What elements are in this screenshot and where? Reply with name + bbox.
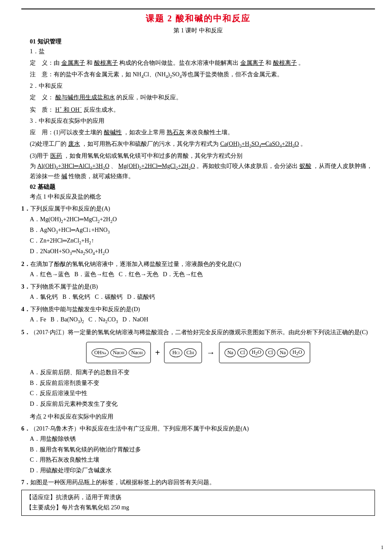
app2: (2)处理工厂的 废水 ，如可用熟石灰中和硫酸厂的污水，其化学方程式为 Ca(O… (30, 139, 375, 150)
app3-u5: 碱 (61, 173, 67, 179)
q4-text: 4．下列物质中能与盐酸发生中和反应的是(D) (21, 304, 375, 315)
app3: (3)用于 医药 ，如食用氢氧化铝或氢氧化镁可中和过多的胃酸，其化学方程式分别为… (30, 151, 375, 182)
app3-u3: Mg(OH)2+2HCl═MgCl2+2H2O (118, 163, 195, 169)
q5-block: 5．（2017·内江）将一定量的氢氧化钠溶液与稀盐酸混合，二者恰好完全反应的微观… (21, 327, 375, 338)
neut-def-u: 酸与碱作用生成盐和水 (55, 94, 115, 101)
app2-u1: 废水 (68, 141, 80, 147)
section02-header: 02 基础题 (30, 183, 375, 191)
app-num: 3．中和反应在实际中的应用 (30, 116, 375, 126)
mol-cl-1: Cl (237, 348, 247, 357)
q2-text: 2．在滴加了酚酞的氢氧化钠溶液中，逐渐加入稀盐酸至过量，溶液颜色的变化是(C) (21, 259, 375, 270)
q6-optD: D．用硫酸处理印染厂含碱废水 (30, 465, 375, 476)
lesson-subtitle: 第 1 课时 中和反应 (21, 27, 375, 35)
mol-cl-2: Cl (265, 348, 275, 357)
neut-definition: 定 义： 酸与碱作用生成盐和水 的反应，叫做中和反应。 (30, 92, 375, 103)
label-line1: 【适应症】抗溃疡药，适用于胃溃疡 (26, 492, 370, 503)
q1-text: 1．下列反应属于中和反应的是(A) (21, 204, 375, 214)
q5-optD: D．反应前后元素种类发生了变化 (30, 399, 375, 410)
page-number: 1 (381, 544, 383, 551)
neut-num: 2．中和反应 (30, 81, 375, 91)
app1-u1: 酸碱性 (104, 129, 122, 136)
salt-definition: 定 义：由 金属离子 和 酸根离子 构成的化合物叫做盐。盐在水溶液中能解离出 金… (30, 58, 375, 68)
section01-header: 01 知识管理 (30, 38, 375, 46)
q6-optB: B．服用含有氢氧化镁的药物治疗胃酸过多 (30, 445, 375, 455)
mol-na-oh-3: NaOH (129, 348, 145, 357)
salt-def-u1: 金属离子 (61, 60, 85, 66)
app1: 应 用：(1)可以改变土壤的 酸碱性 ，如农业上常用 熟石灰 来改良酸性土壤。 (30, 127, 375, 138)
q3-block: 3．下列物质不属于盐的是(B) A．氯化钙 B．氧化钙 C．碳酸钙 D．硫酸钙 (21, 282, 375, 303)
salt-def-u4: 酸根离子 (273, 60, 297, 66)
q6-optA: A．用盐酸除铁锈 (30, 434, 375, 445)
label-line2: 【主要成分】每片含有氢氧化铝 250 mg (26, 503, 370, 513)
top-border (21, 9, 375, 9)
kp1-label: 考点 1 中和反应及盐的概念 (30, 192, 375, 202)
q2-opts: A．红色→蓝色 B．蓝色→红色 C．红色→无色 D．无色→红色 (30, 269, 375, 280)
plus-icon: + (155, 348, 160, 358)
arrow-icon: → (206, 348, 215, 358)
mol-oh-na-1: OHNa (92, 348, 109, 357)
q1-optC: C．Zn+2HCl═ZnCl2+H2↑ (30, 236, 375, 246)
q5-optC: C．反应后溶液呈中性 (30, 388, 375, 399)
q7-text: 7．如图是一种医用药品瓶上的标签，试根据标签上的内容回答有关问题。 (21, 477, 375, 488)
q7-block: 7．如图是一种医用药品瓶上的标签，试根据标签上的内容回答有关问题。 【适应症】抗… (21, 477, 375, 516)
mol-h-cl-1: HCl (170, 348, 182, 357)
q3-opts: A．氯化钙 B．氧化钙 C．碳酸钙 D．硫酸钙 (30, 292, 375, 303)
salt-note: 注 意：有的盐中不含有金属元素，如 NH4Cl、(NH4)2SO4等也属于盐类物… (30, 69, 375, 80)
q2-block: 2．在滴加了酚酞的氢氧化钠溶液中，逐渐加入稀盐酸至过量，溶液颜色的变化是(C) … (21, 259, 375, 280)
q5-optB: B．反应前后溶剂质量不变 (30, 378, 375, 389)
mol-cl-h-2: ClH (184, 348, 197, 357)
q1-block: 1．下列反应属于中和反应的是(A) A．Mg(OH)2+2HCl═MgCl2+2… (21, 204, 375, 257)
mol-na-2: Na (277, 348, 288, 357)
mol-na-1: Na (225, 348, 236, 357)
kp2-label: 考点 2 中和反应在实际中的应用 (30, 412, 375, 422)
mol-h2o-2: H2O (290, 348, 304, 357)
q1-optA: A．Mg(OH)2+2HCl═MgCl2+2H2O (30, 214, 375, 225)
neut-essence: 实 质： H+ 和 OH− 反应生成水。 (30, 104, 375, 115)
neut-ess-u: H+ 和 OH− (55, 107, 82, 113)
reactant-hcl-box: HCl ClH (164, 342, 202, 363)
q4-block: 4．下列物质中能与盐酸发生中和反应的是(D) A．Fe B．Ba(NO3)2 C… (21, 304, 375, 326)
q5-optA: A．反应前后阴、阳离子的总数目不变 (30, 367, 375, 378)
salt-def-u2: 酸根离子 (94, 60, 118, 66)
app3-u1: 医药 (50, 153, 62, 159)
reaction-diagram: OHNa NaOH NaOH + HCl ClH → Na Cl H2O Cl … (21, 342, 375, 363)
q4-opts: A．Fe B．Ba(NO3)2 C．Na2CO3 D．NaOH (30, 315, 375, 325)
app3-u2: Al(OH)3+3HCl═AlCl3+3H2O (37, 163, 110, 169)
reactant-naoh-box: OHNa NaOH NaOH (86, 342, 151, 363)
salt-def-u3: 金属离子 (240, 60, 264, 66)
label-box: 【适应症】抗溃疡药，适用于胃溃疡 【主要成分】每片含有氢氧化铝 250 mg (21, 490, 375, 516)
q6-optC: C．用熟石灰改良酸性土壤 (30, 455, 375, 465)
mol-h2o-1: H2O (249, 348, 264, 357)
q3-text: 3．下列物质不属于盐的是(B) (21, 282, 375, 292)
page-title: 课题 2 酸和碱的中和反应 (21, 13, 375, 24)
mol-na-oh-2: NaOH (110, 348, 127, 357)
app1-u2: 熟石灰 (167, 129, 184, 136)
app3-u4: 蚁酸 (300, 163, 311, 169)
q6-text: 6．（2017·乌鲁木齐）中和反应在生活中有广泛应用。下列应用不属于中和反应的是… (21, 424, 375, 434)
product-box: Na Cl H2O Cl Na H2O (219, 342, 310, 363)
q1-optB: B．AgNO3+HCl═AgCl↓+HNO3 (30, 225, 375, 236)
q5-text: 5．（2017·内江）将一定量的氢氧化钠溶液与稀盐酸混合，二者恰好完全反应的微观… (21, 327, 375, 338)
app2-u2: Ca(OH)2+H2SO4═CaSO4+2H2O (220, 141, 299, 147)
q6-block: 6．（2017·乌鲁木齐）中和反应在生活中有广泛应用。下列应用不属于中和反应的是… (21, 424, 375, 476)
q1-optD: D．2NaOH+SO3═Na2SO4+H2O (30, 246, 375, 257)
salt-num: 1．盐 (30, 46, 375, 57)
